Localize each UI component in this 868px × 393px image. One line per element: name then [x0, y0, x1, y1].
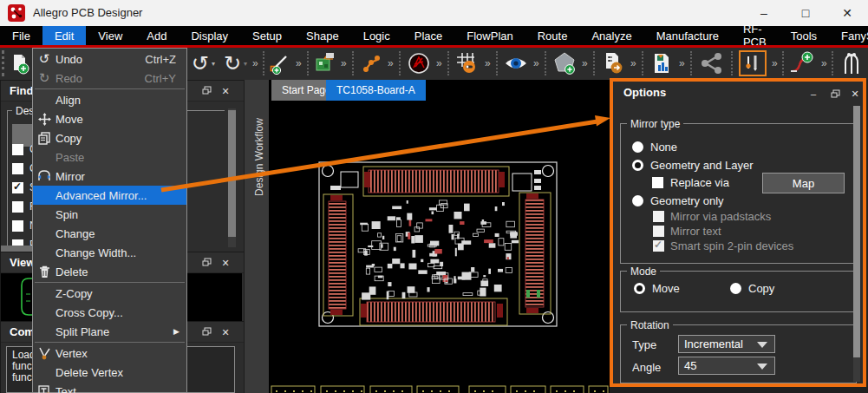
map-button[interactable]: Map — [762, 173, 845, 193]
add-connect-icon[interactable] — [789, 50, 815, 76]
design-workflow-tab[interactable]: Design Workflow — [244, 80, 270, 393]
menu-item-z-copy[interactable]: Z-Copy — [33, 284, 186, 303]
menu-tools[interactable]: Tools — [779, 26, 829, 45]
undo-icon[interactable]: ↺ — [187, 50, 213, 76]
toolbar-overflow[interactable]: » — [485, 56, 491, 71]
route-icon[interactable] — [359, 50, 385, 76]
find-checkbox-3[interactable] — [12, 201, 23, 213]
close-button[interactable]: ✕ — [828, 0, 866, 26]
menu-item-delete[interactable]: Delete — [33, 262, 186, 281]
close-panel-icon[interactable]: ✕ — [218, 325, 233, 339]
menu-item-move[interactable]: Move — [33, 109, 186, 128]
menu-logic[interactable]: Logic — [351, 26, 402, 45]
share-icon[interactable] — [699, 50, 725, 76]
checkbox-replace-via-label[interactable]: Replace via — [670, 176, 729, 189]
find-vscrollbar[interactable] — [228, 108, 236, 247]
menu-flowplan[interactable]: FlowPlan — [454, 26, 525, 45]
radio-move[interactable] — [634, 283, 645, 294]
menu-add[interactable]: Add — [134, 26, 179, 45]
toolbar-overflow[interactable]: » — [296, 56, 302, 71]
menu-item-spin[interactable]: Spin — [33, 205, 186, 224]
menu-item-change-width[interactable]: Change Width... — [33, 243, 186, 262]
close-panel-icon[interactable]: ✕ — [218, 256, 233, 270]
radio-geometry-only-label[interactable]: Geometry only — [650, 194, 724, 207]
toolbar-overflow[interactable]: » — [388, 56, 394, 71]
maximize-button[interactable]: □ — [786, 0, 825, 26]
new-drawing-icon[interactable] — [7, 50, 33, 76]
close-panel-icon[interactable]: ✕ — [218, 84, 233, 98]
redo-icon[interactable]: ↻ — [219, 50, 245, 76]
menu-view[interactable]: View — [86, 26, 134, 45]
toolbar-overflow[interactable]: » — [582, 56, 588, 71]
radio-none-label[interactable]: None — [650, 141, 677, 154]
radio-none[interactable] — [632, 141, 643, 153]
menu-analyze[interactable]: Analyze — [579, 26, 643, 45]
radio-geometry-and-layer-label[interactable]: Geometry and Layer — [650, 159, 754, 172]
float-panel-icon[interactable] — [827, 88, 843, 102]
menu-item-align[interactable]: Align — [33, 90, 186, 109]
tab-board[interactable]: TC1058-Board-A — [326, 80, 426, 101]
toolbar-overflow[interactable]: » — [252, 56, 258, 71]
rotation-type-select[interactable]: Incremental — [678, 335, 775, 353]
menu-file[interactable]: File — [0, 26, 42, 45]
toolbar-overflow[interactable]: » — [630, 56, 636, 71]
fanout-icon[interactable] — [839, 50, 865, 76]
checkbox-replace-via[interactable] — [652, 177, 663, 188]
toolbar-overflow[interactable]: » — [341, 56, 347, 71]
radio-move-label[interactable]: Move — [652, 282, 680, 295]
menu-item-text[interactable]: Text — [33, 382, 186, 393]
menu-item-cross-copy[interactable]: Cross Copy... — [33, 303, 186, 322]
radio-copy[interactable] — [730, 283, 741, 294]
visibility-eye-icon[interactable] — [503, 50, 529, 76]
find-checkbox-4[interactable] — [12, 220, 23, 232]
menu-item-delete-vertex[interactable]: Delete Vertex — [33, 363, 186, 382]
undo-dropdown-icon[interactable]: ▾ — [212, 60, 215, 68]
toolbar-overflow[interactable]: » — [772, 56, 778, 71]
menu-rfpcb[interactable]: RF-PCB — [731, 26, 779, 45]
menu-shape[interactable]: Shape — [294, 26, 351, 45]
pcb-board-icon[interactable] — [312, 50, 338, 76]
menu-item-advanced-mirror[interactable]: Advanced Mirror... — [33, 186, 186, 205]
find-checkbox-1[interactable] — [12, 163, 23, 174]
toolbar-overflow[interactable]: » — [436, 56, 442, 71]
find-checkbox-0[interactable] — [12, 144, 23, 155]
menu-route[interactable]: Route — [525, 26, 580, 45]
reports-icon[interactable] — [649, 50, 675, 76]
menu-item-change[interactable]: Change — [33, 224, 186, 243]
menu-manufacture[interactable]: Manufacture — [644, 26, 731, 45]
allegro-logo-icon[interactable] — [406, 50, 432, 76]
menu-edit[interactable]: Edit — [42, 26, 86, 45]
radio-geometry-and-layer[interactable] — [632, 160, 643, 171]
menu-item-vertex[interactable]: Vertex — [33, 344, 186, 363]
menu-display[interactable]: Display — [179, 26, 240, 45]
menu-item-mirror[interactable]: Mirror — [33, 167, 186, 186]
options-scrollbar[interactable] — [853, 106, 860, 382]
menu-item-copy[interactable]: Copy — [33, 128, 186, 147]
add-line-icon[interactable] — [267, 50, 293, 76]
grid-icon[interactable] — [454, 50, 480, 76]
find-checkbox-2[interactable] — [12, 182, 23, 193]
float-panel-icon[interactable] — [199, 84, 214, 98]
menu-place[interactable]: Place — [402, 26, 455, 45]
toolbar-overflow[interactable]: » — [821, 56, 827, 71]
export-icon[interactable] — [600, 50, 626, 76]
float-panel-icon[interactable] — [199, 256, 214, 270]
radio-geometry-only[interactable] — [632, 195, 643, 206]
radio-copy-label[interactable]: Copy — [748, 282, 774, 295]
menu-item-undo[interactable]: ↺ UndoCtrl+Z — [33, 49, 186, 69]
toolbar-overflow[interactable]: » — [679, 56, 685, 71]
menu-fanyskill[interactable]: FanySkill — [829, 26, 868, 45]
rotation-angle-select[interactable]: 45 — [678, 357, 775, 375]
close-panel-icon[interactable]: ✕ — [847, 87, 863, 101]
design-canvas[interactable]: Start Page TC1058-Board-A — [269, 80, 610, 393]
options-tool-icon[interactable] — [739, 50, 767, 76]
find-vscrollbar-thumb[interactable] — [228, 110, 236, 237]
minimize-panel-icon[interactable]: – — [806, 87, 821, 101]
shape-add-icon[interactable] — [551, 50, 578, 76]
menu-item-split-plane[interactable]: Split Plane ▶ — [33, 322, 186, 341]
toolbar-overflow[interactable]: » — [533, 56, 539, 71]
float-panel-icon[interactable] — [199, 325, 214, 339]
options-scrollbar-thumb[interactable] — [853, 106, 860, 357]
menu-setup[interactable]: Setup — [240, 26, 294, 45]
redo-dropdown-icon[interactable]: ▾ — [244, 60, 247, 68]
